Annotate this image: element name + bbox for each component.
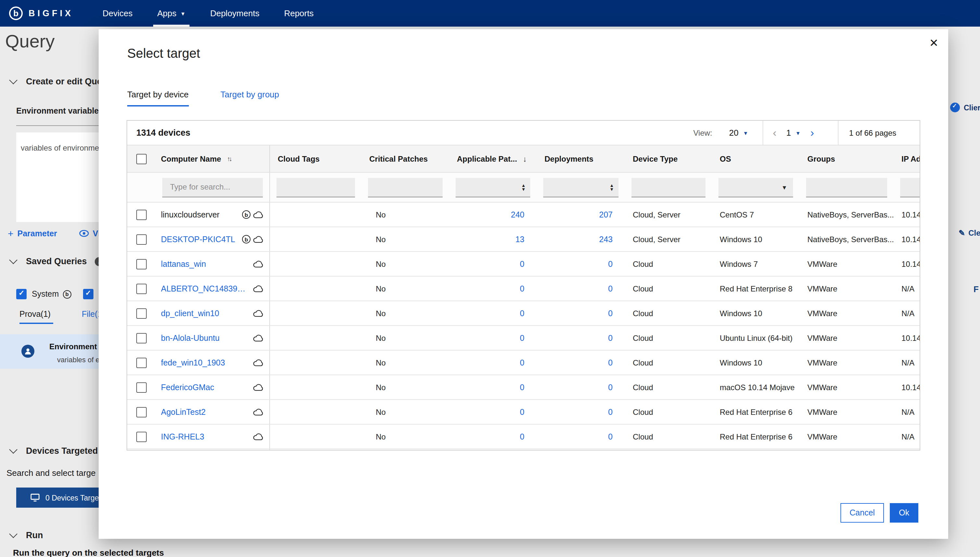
deployments-link[interactable]: 0 <box>608 407 613 417</box>
applicable-patches-link[interactable]: 0 <box>520 333 524 342</box>
column-ip-address[interactable]: IP Addr <box>902 154 920 163</box>
clear-button-fragment[interactable]: ✎ Cle <box>959 228 980 238</box>
device-name-link[interactable]: bn-Alola-Ubuntu <box>161 333 220 342</box>
applicable-patches-link[interactable]: 240 <box>511 210 524 219</box>
tab-prova[interactable]: Prova(1) <box>20 309 53 324</box>
sort-icon[interactable]: ↑↓ <box>227 155 231 162</box>
device-name-link[interactable]: ALBERTO_NC148399_B... <box>161 284 250 293</box>
deployments-link[interactable]: 0 <box>608 333 613 342</box>
table-row[interactable]: dp_client_win10 b No 0 0 Cloud Windows 1… <box>127 301 920 326</box>
column-groups[interactable]: Groups <box>808 154 835 163</box>
filter-device-type-input[interactable] <box>632 178 705 197</box>
row-checkbox[interactable] <box>136 333 147 343</box>
device-name-link[interactable]: dp_client_win10 <box>161 309 219 318</box>
deployments-link[interactable]: 0 <box>608 432 613 441</box>
applicable-patches-link[interactable]: 0 <box>520 358 524 367</box>
table-row[interactable]: fede_win10_1903 b No 0 0 Cloud Windows 1… <box>127 350 920 375</box>
row-checkbox[interactable] <box>136 283 147 294</box>
row-checkbox[interactable] <box>136 234 147 244</box>
section-create-or-edit-query[interactable]: Create or edit Quer <box>10 77 106 86</box>
nav-item-deployments[interactable]: Deployments <box>198 0 272 27</box>
ok-button[interactable]: Ok <box>890 503 918 523</box>
section-run[interactable]: Run <box>10 530 43 540</box>
filter-deployments-input[interactable] <box>543 178 619 197</box>
applicable-patches-link[interactable]: 13 <box>515 235 524 244</box>
row-checkbox[interactable] <box>136 259 147 269</box>
applicable-patches-link[interactable]: 0 <box>520 309 524 318</box>
column-critical-patches[interactable]: Critical Patches <box>369 154 428 163</box>
number-stepper-icons[interactable]: ▲▼ <box>521 183 526 191</box>
next-page-button[interactable]: › <box>801 121 824 145</box>
deployments-link[interactable]: 243 <box>599 235 613 244</box>
column-applicable-patches[interactable]: Applicable Pat... <box>457 154 517 163</box>
device-name-link[interactable]: linuxcloudserver <box>161 210 220 219</box>
applicable-patches-link[interactable]: 0 <box>520 259 524 269</box>
table-row[interactable]: MCM_Vipin_Winserver19 b No 0 0 Cloud Win… <box>127 449 920 451</box>
sort-desc-icon[interactable]: ↓ <box>523 154 527 163</box>
bigfix-brand[interactable]: b BIGFIX <box>0 7 90 20</box>
deployments-link[interactable]: 0 <box>608 358 613 367</box>
table-row[interactable]: FedericoGMac b No 0 0 Cloud macOS 10.14 … <box>127 375 920 400</box>
table-row[interactable]: bn-Alola-Ubuntu b No 0 0 Cloud Ubuntu Li… <box>127 326 920 350</box>
page-size-select[interactable]: 20 ▼ <box>729 128 748 138</box>
section-devices-targeted[interactable]: Devices Targeted <box>10 446 98 456</box>
applicable-patches-link[interactable]: 0 <box>520 432 524 441</box>
applicable-patches-link[interactable]: 0 <box>520 383 524 392</box>
filter-cloud-tags-input[interactable] <box>276 178 355 197</box>
table-row[interactable]: ING-RHEL3 b No 0 0 Cloud Red Hat Enterpr… <box>127 425 920 449</box>
filter-applicable-patches-input[interactable] <box>456 178 530 197</box>
table-row[interactable]: DESKTOP-PKIC4TL b No 13 243 Cloud, Serve… <box>127 227 920 252</box>
search-input[interactable] <box>162 178 263 197</box>
column-os[interactable]: OS <box>720 154 731 163</box>
chevron-down-icon[interactable]: ▼ <box>782 184 787 191</box>
row-checkbox[interactable] <box>136 432 147 442</box>
row-checkbox[interactable] <box>136 407 147 417</box>
device-name-link[interactable]: AgoLinTest2 <box>161 407 206 417</box>
row-checkbox[interactable] <box>136 308 147 318</box>
prev-page-button[interactable]: ‹ <box>763 121 786 145</box>
row-checkbox[interactable] <box>136 209 147 220</box>
applicable-patches-link[interactable]: 0 <box>520 407 524 417</box>
nav-item-devices[interactable]: Devices <box>90 0 145 27</box>
client-checkbox-fragment[interactable]: Clier <box>950 103 980 112</box>
nav-item-reports[interactable]: Reports <box>271 0 326 27</box>
device-name-link[interactable]: ING-RHEL3 <box>161 432 204 441</box>
filter-groups-input[interactable] <box>806 178 887 197</box>
nav-item-apps[interactable]: Apps ▼ <box>145 0 198 27</box>
device-name-link[interactable]: fede_win10_1903 <box>161 358 225 367</box>
applicable-patches-link[interactable]: 0 <box>520 284 524 293</box>
table-row[interactable]: lattanas_win b No 0 0 Cloud Windows 7 VM… <box>127 252 920 277</box>
system-checkbox[interactable] <box>16 289 27 299</box>
tab-target-by-device[interactable]: Target by device <box>127 90 189 106</box>
critical-patches-cell: No <box>361 350 449 375</box>
table-row[interactable]: AgoLinTest2 b No 0 0 Cloud Red Hat Enter… <box>127 400 920 425</box>
close-icon[interactable]: ✕ <box>930 37 939 49</box>
deployments-link[interactable]: 0 <box>608 383 613 392</box>
deployments-link[interactable]: 207 <box>599 210 613 219</box>
deployments-link[interactable]: 0 <box>608 309 613 318</box>
page-number-select[interactable]: 1 ▼ <box>786 128 801 138</box>
row-checkbox[interactable] <box>136 382 147 393</box>
secondary-checkbox[interactable] <box>83 289 93 299</box>
section-saved-queries[interactable]: Saved Queries i <box>10 256 104 266</box>
device-name-link[interactable]: lattanas_win <box>161 259 206 269</box>
column-cloud-tags[interactable]: Cloud Tags <box>278 154 320 163</box>
column-deployments[interactable]: Deployments <box>544 154 593 163</box>
device-name-link[interactable]: DESKTOP-PKIC4TL <box>161 235 235 244</box>
select-all-checkbox[interactable] <box>136 153 147 164</box>
table-row[interactable]: ALBERTO_NC148399_B... b No 0 0 Cloud Red… <box>127 277 920 301</box>
tab-target-by-group[interactable]: Target by group <box>220 90 279 106</box>
deployments-link[interactable]: 0 <box>608 284 613 293</box>
device-name-link[interactable]: FedericoGMac <box>161 383 214 392</box>
column-device-type[interactable]: Device Type <box>633 154 678 163</box>
table-row[interactable]: linuxcloudserver b No 240 207 Cloud, Ser… <box>127 202 920 227</box>
deployments-link[interactable]: 0 <box>608 259 613 269</box>
row-checkbox[interactable] <box>136 357 147 368</box>
number-stepper-icons[interactable]: ▲▼ <box>609 183 614 191</box>
cloud-icon <box>252 359 263 366</box>
column-computer-name[interactable]: Computer Name <box>161 154 221 163</box>
filter-critical-patches-input[interactable] <box>368 178 443 197</box>
filter-ip-input[interactable] <box>900 178 920 197</box>
add-parameter-button[interactable]: + Parameter <box>8 228 57 239</box>
cancel-button[interactable]: Cancel <box>840 503 884 523</box>
